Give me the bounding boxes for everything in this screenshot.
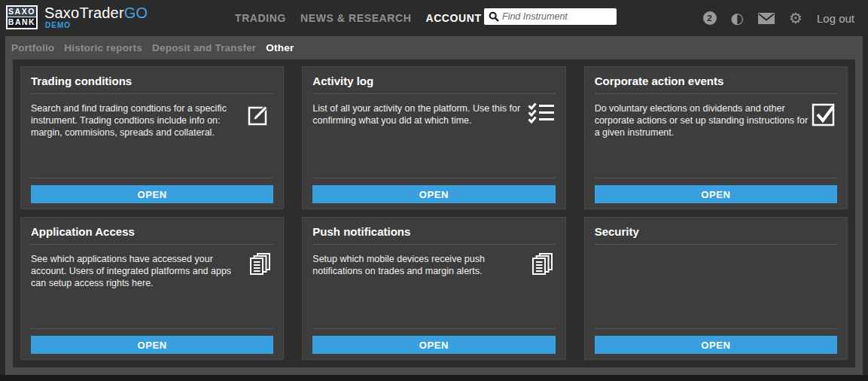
card-description: See which applications have accessed you… xyxy=(31,253,248,289)
card-body: List of all your activity on the platfor… xyxy=(312,94,555,126)
app-title-go: GO xyxy=(124,5,148,21)
saxo-bank-logo: SAXO BANK xyxy=(6,5,38,29)
open-application-access-button[interactable]: OPEN xyxy=(31,336,273,354)
nav-item-trading[interactable]: TRADING xyxy=(235,12,286,24)
card-footer: OPEN xyxy=(595,328,837,354)
gear-icon[interactable]: ⚙ xyxy=(789,11,803,26)
open-trading-conditions-button[interactable]: OPEN xyxy=(31,185,273,203)
card-application-access: Application Access See which application… xyxy=(20,217,284,360)
tab-deposit-and-transfer[interactable]: Deposit and Transfer xyxy=(152,42,256,53)
checklist-icon xyxy=(528,102,555,127)
cards-grid: Trading conditions Search and find tradi… xyxy=(13,59,855,367)
open-security-button[interactable]: OPEN xyxy=(595,336,837,354)
card-description: Setup which mobile devices receive push … xyxy=(312,253,530,277)
top-right-icons: 2 ◐ ⚙ Log out xyxy=(703,0,854,36)
card-activity-log: Activity log List of all your activity o… xyxy=(302,66,565,209)
card-body: Setup which mobile devices receive push … xyxy=(312,245,555,277)
account-section-frame: Portfolio Historic reports Deposit and T… xyxy=(5,36,863,375)
app-title: SaxoTraderGO xyxy=(44,5,148,22)
card-push-notifications: Push notifications Setup which mobile de… xyxy=(302,217,565,360)
card-body xyxy=(595,245,837,253)
card-body: Search and find trading condtions for a … xyxy=(31,94,273,139)
card-title: Security xyxy=(595,218,837,245)
nav-item-account[interactable]: ACCOUNT xyxy=(425,12,481,24)
tab-other[interactable]: Other xyxy=(266,42,294,53)
card-trading-conditions: Trading conditions Search and find tradi… xyxy=(20,66,284,209)
contrast-icon[interactable]: ◐ xyxy=(731,11,744,26)
card-description: Search and find trading condtions for a … xyxy=(31,102,248,139)
search-icon xyxy=(489,11,499,22)
demo-label: DEMO xyxy=(45,21,71,29)
documents-stack-icon xyxy=(247,252,273,281)
open-activity-log-button[interactable]: OPEN xyxy=(312,185,555,203)
main-nav: TRADING NEWS & RESEARCH ACCOUNT xyxy=(235,0,482,36)
card-corporate-action-events: Corporate action events Do voluntary ele… xyxy=(584,66,848,209)
logout-button[interactable]: Log out xyxy=(817,12,854,25)
card-title: Corporate action events xyxy=(595,67,837,94)
app-title-text: SaxoTrader xyxy=(44,5,124,21)
tab-portfolio[interactable]: Portfolio xyxy=(11,42,54,53)
mail-icon[interactable] xyxy=(758,13,775,24)
documents-stack-icon xyxy=(529,252,555,281)
card-title: Application Access xyxy=(31,218,273,245)
edit-document-icon xyxy=(247,102,273,130)
card-title: Push notifications xyxy=(312,218,555,245)
instrument-search xyxy=(484,8,617,25)
search-input[interactable] xyxy=(502,8,617,25)
card-body: See which applications have accessed you… xyxy=(31,245,273,289)
card-title: Trading conditions xyxy=(31,67,273,94)
card-description: List of all your activity on the platfor… xyxy=(312,102,530,126)
card-footer: OPEN xyxy=(31,178,273,203)
card-body: Do voluntary elections on dividends and … xyxy=(595,94,837,139)
notification-badge-icon[interactable]: 2 xyxy=(703,11,717,25)
logo-line-saxo: SAXO xyxy=(8,7,36,17)
card-footer: OPEN xyxy=(31,328,273,354)
open-corporate-actions-button[interactable]: OPEN xyxy=(595,185,837,203)
top-bar: SAXO BANK SaxoTraderGO DEMO TRADING NEWS… xyxy=(0,0,868,36)
card-footer: OPEN xyxy=(595,178,837,203)
checkbox-checked-icon xyxy=(811,102,836,130)
card-footer: OPEN xyxy=(312,328,555,354)
card-footer: OPEN xyxy=(312,178,555,203)
card-title: Activity log xyxy=(312,67,555,94)
nav-item-news-research[interactable]: NEWS & RESEARCH xyxy=(300,12,411,24)
card-security: Security OPEN xyxy=(584,217,848,360)
tab-historic-reports[interactable]: Historic reports xyxy=(64,42,142,53)
card-description: Do voluntary elections on dividends and … xyxy=(595,102,812,139)
open-push-notifications-button[interactable]: OPEN xyxy=(312,336,555,354)
account-tab-bar: Portfolio Historic reports Deposit and T… xyxy=(5,36,863,59)
content-panel: Trading conditions Search and find tradi… xyxy=(13,59,855,367)
logo-line-bank: BANK xyxy=(8,17,36,28)
window-bottom-edge xyxy=(0,375,868,381)
